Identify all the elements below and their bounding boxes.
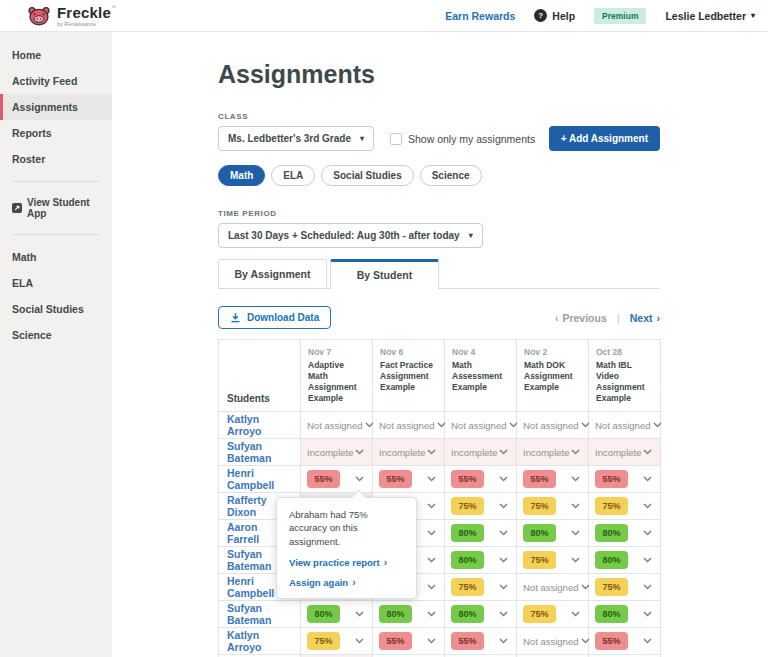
status-cell[interactable]: 55% <box>517 466 589 493</box>
student-name-link[interactable]: Sufyan Bateman <box>219 601 301 628</box>
chevron-down-icon[interactable] <box>355 611 364 617</box>
chevron-down-icon[interactable] <box>581 638 590 644</box>
status-cell[interactable]: 80% <box>301 601 373 628</box>
chevron-down-icon[interactable] <box>427 584 436 590</box>
sidebar-item-reports[interactable]: Reports <box>0 120 112 146</box>
chevron-down-icon[interactable] <box>581 584 590 590</box>
status-cell[interactable]: 75% <box>445 574 517 601</box>
chevron-down-icon[interactable] <box>643 584 652 590</box>
time-period-select[interactable]: Last 30 Days + Scheduled: Aug 30th - aft… <box>218 223 483 248</box>
status-cell[interactable]: 80% <box>445 601 517 628</box>
sidebar-item-assignments[interactable]: Assignments <box>0 94 112 120</box>
chevron-down-icon[interactable] <box>571 530 580 536</box>
chevron-down-icon[interactable] <box>571 476 580 482</box>
sidebar-item-math[interactable]: Math <box>0 244 112 270</box>
download-data-button[interactable]: Download Data <box>218 306 331 329</box>
sidebar-item-social-studies[interactable]: Social Studies <box>0 296 112 322</box>
chevron-down-icon[interactable] <box>643 476 652 482</box>
chevron-down-icon[interactable] <box>499 449 508 455</box>
chevron-down-icon[interactable] <box>427 557 436 563</box>
chevron-down-icon[interactable] <box>427 530 436 536</box>
assign-again-link[interactable]: Assign again › <box>289 577 404 588</box>
chevron-down-icon[interactable] <box>643 638 652 644</box>
chevron-down-icon[interactable] <box>499 530 508 536</box>
view-practice-report-link[interactable]: View practice report › <box>289 557 404 568</box>
student-name-link[interactable]: Sufyan Bateman <box>219 439 301 466</box>
status-cell[interactable]: Incomplete <box>301 439 373 466</box>
status-cell[interactable]: Not assigned <box>301 412 373 439</box>
chevron-down-icon[interactable] <box>571 449 580 455</box>
chevron-down-icon[interactable] <box>499 611 508 617</box>
status-cell[interactable]: 55% <box>301 466 373 493</box>
chevron-down-icon[interactable] <box>643 503 652 509</box>
status-cell[interactable]: 75% <box>517 493 589 520</box>
chevron-down-icon[interactable] <box>643 530 652 536</box>
status-cell[interactable]: Not assigned <box>589 412 661 439</box>
chevron-down-icon[interactable] <box>509 422 518 428</box>
status-cell[interactable]: Incomplete <box>589 439 661 466</box>
status-cell[interactable]: 55% <box>373 466 445 493</box>
chevron-down-icon[interactable] <box>355 449 364 455</box>
earn-rewards-link[interactable]: Earn Rewards <box>445 10 515 22</box>
status-cell[interactable]: 55% <box>445 628 517 655</box>
chevron-down-icon[interactable] <box>427 476 436 482</box>
status-cell[interactable]: 80% <box>589 520 661 547</box>
help-button[interactable]: ? Help <box>534 9 575 22</box>
status-cell[interactable]: 75% <box>589 574 661 601</box>
subject-tab-ela[interactable]: ELA <box>271 165 315 186</box>
status-cell[interactable]: Incomplete <box>517 439 589 466</box>
sidebar-item-roster[interactable]: Roster <box>0 146 112 172</box>
next-page-button[interactable]: Next › <box>630 312 660 324</box>
chevron-down-icon[interactable] <box>365 422 374 428</box>
chevron-down-icon[interactable] <box>427 611 436 617</box>
status-cell[interactable]: 80% <box>445 547 517 574</box>
student-name-link[interactable]: Katlyn Arroyo <box>219 412 301 439</box>
sidebar-item-science[interactable]: Science <box>0 322 112 348</box>
status-cell[interactable]: Not assigned <box>517 412 589 439</box>
chevron-down-icon[interactable] <box>499 557 508 563</box>
tab-by-assignment[interactable]: By Assignment <box>218 259 327 288</box>
previous-page-button[interactable]: ‹ Previous <box>555 312 607 324</box>
status-cell[interactable]: Not assigned <box>517 628 589 655</box>
status-cell[interactable]: 75% <box>301 628 373 655</box>
chevron-down-icon[interactable] <box>581 422 590 428</box>
chevron-down-icon[interactable] <box>653 422 662 428</box>
status-cell[interactable]: Not assigned <box>517 574 589 601</box>
status-cell[interactable]: 80% <box>517 520 589 547</box>
freckle-logo[interactable]: Freckle™ by Renaissance <box>28 5 116 27</box>
status-cell[interactable]: 80% <box>445 520 517 547</box>
chevron-down-icon[interactable] <box>499 503 508 509</box>
sidebar-item-view-student-app[interactable]: View Student App <box>0 191 112 225</box>
checkbox-box[interactable] <box>390 133 402 145</box>
status-cell[interactable]: 55% <box>589 466 661 493</box>
status-cell[interactable]: 75% <box>589 493 661 520</box>
status-cell[interactable]: 75% <box>445 493 517 520</box>
chevron-down-icon[interactable] <box>355 638 364 644</box>
status-cell[interactable]: 80% <box>589 547 661 574</box>
student-name-link[interactable]: Katlyn Arroyo <box>219 628 301 655</box>
chevron-down-icon[interactable] <box>643 557 652 563</box>
status-cell[interactable]: 75% <box>517 601 589 628</box>
chevron-down-icon[interactable] <box>437 422 446 428</box>
status-cell[interactable]: 75% <box>517 547 589 574</box>
status-cell[interactable]: 80% <box>373 601 445 628</box>
chevron-down-icon[interactable] <box>499 584 508 590</box>
chevron-down-icon[interactable] <box>427 638 436 644</box>
status-cell[interactable]: 55% <box>589 628 661 655</box>
subject-tab-social-studies[interactable]: Social Studies <box>321 165 413 186</box>
user-menu[interactable]: Leslie Ledbetter ▾ <box>665 10 755 22</box>
status-cell[interactable]: Not assigned <box>445 412 517 439</box>
chevron-down-icon[interactable] <box>427 449 436 455</box>
sidebar-item-activity-feed[interactable]: Activity Feed <box>0 68 112 94</box>
show-only-my-assignments-checkbox[interactable]: Show only my assignments <box>390 133 535 145</box>
status-cell[interactable]: 55% <box>445 466 517 493</box>
chevron-down-icon[interactable] <box>643 611 652 617</box>
chevron-down-icon[interactable] <box>643 449 652 455</box>
class-select[interactable]: Ms. Ledbetter's 3rd Grade ▾ <box>218 126 374 151</box>
student-name-link[interactable]: Henri Campbell <box>219 466 301 493</box>
chevron-down-icon[interactable] <box>571 503 580 509</box>
chevron-down-icon[interactable] <box>355 476 364 482</box>
chevron-down-icon[interactable] <box>499 638 508 644</box>
status-cell[interactable]: Incomplete <box>445 439 517 466</box>
sidebar-item-ela[interactable]: ELA <box>0 270 112 296</box>
